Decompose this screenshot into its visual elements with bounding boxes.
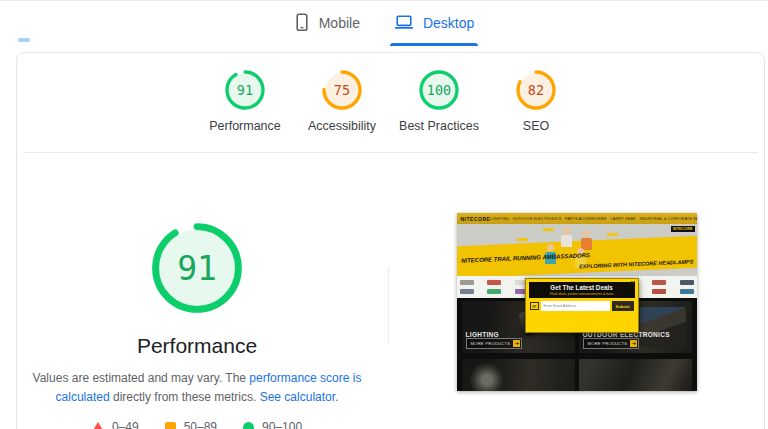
description-text: Values are estimated and may vary. The bbox=[33, 371, 250, 385]
performance-detail-section: 91 Performance Values are estimated and … bbox=[17, 153, 764, 429]
report-card: 91 Performance 75 Accessibility 100 Best… bbox=[16, 52, 765, 429]
brand-logo bbox=[487, 280, 501, 285]
brand-logo bbox=[460, 289, 474, 294]
envelope-icon: ✉ bbox=[530, 302, 539, 310]
device-tab-bar: Mobile Desktop bbox=[0, 0, 768, 52]
fail-triangle-icon bbox=[92, 422, 104, 429]
hero-brand-badge: NITECORE bbox=[671, 226, 695, 232]
brand-logo bbox=[652, 289, 666, 294]
modal-body: ✉ Enter Email Address Submit bbox=[529, 298, 635, 315]
legend-range: 0–49 bbox=[112, 420, 139, 429]
category-label: Accessibility bbox=[308, 119, 376, 133]
description-text: directly from these metrics. bbox=[110, 390, 260, 404]
pagespeed-report: Mobile Desktop 91 Performance bbox=[0, 0, 768, 429]
tile-bottom-right bbox=[579, 359, 692, 391]
hero-person bbox=[581, 230, 592, 250]
category-label: Performance bbox=[209, 119, 281, 133]
category-label: Best Practices bbox=[399, 119, 479, 133]
legend-item-fail: 0–49 bbox=[92, 420, 139, 429]
device-tabs: Mobile Desktop bbox=[0, 7, 768, 48]
brand-logo bbox=[680, 289, 694, 294]
brand-logo bbox=[460, 280, 474, 285]
hero-tag bbox=[543, 228, 554, 231]
brand-logo bbox=[680, 280, 694, 285]
newsletter-modal: ✕ Get The Latest Deals Flash deals, prod… bbox=[525, 278, 639, 333]
thumb-site-nav: LIGHTING OUTDOOR ELECTRONICS PARTS ACCES… bbox=[490, 217, 696, 221]
submit-button: Submit bbox=[612, 301, 634, 311]
gauge-performance: 91 bbox=[225, 70, 265, 110]
arrow-icon: ➜ bbox=[513, 340, 520, 347]
performance-summary: 91 Performance Values are estimated and … bbox=[17, 153, 377, 429]
close-icon: ✕ bbox=[630, 279, 635, 286]
site-screenshot-thumbnail[interactable]: NITECORE LIGHTING OUTDOOR ELECTRONICS PA… bbox=[457, 213, 697, 391]
gauge-performance-large: 91 bbox=[151, 222, 243, 314]
tab-mobile[interactable]: Mobile bbox=[282, 7, 372, 48]
gear-image bbox=[579, 359, 692, 391]
devices-image bbox=[640, 307, 686, 347]
gauge-accessibility: 75 bbox=[322, 70, 362, 110]
big-gauge-wrap: 91 bbox=[151, 222, 243, 314]
brand-logo bbox=[487, 289, 501, 294]
gauge-score: 91 bbox=[225, 70, 265, 110]
legend-range: 50–89 bbox=[184, 420, 217, 429]
thumb-site-logo: NITECORE bbox=[461, 216, 491, 222]
tile-bottom-left bbox=[462, 359, 575, 391]
modal-header: Get The Latest Deals Flash deals, produc… bbox=[529, 282, 635, 298]
pass-circle-icon bbox=[243, 422, 254, 429]
brand-logo bbox=[652, 280, 666, 285]
modal-title: Get The Latest Deals bbox=[529, 284, 635, 291]
tab-desktop[interactable]: Desktop bbox=[382, 7, 486, 48]
category-best-practices[interactable]: 100 Best Practices bbox=[391, 70, 488, 152]
gauge-score: 82 bbox=[516, 70, 556, 110]
legend-item-pass: 90–100 bbox=[243, 420, 302, 429]
gauge-score: 91 bbox=[151, 222, 243, 314]
screenshot-area: NITECORE LIGHTING OUTDOOR ELECTRONICS PA… bbox=[389, 153, 764, 429]
hero-tag bbox=[607, 233, 618, 236]
see-calculator-link[interactable]: See calculator. bbox=[260, 390, 339, 404]
modal-subtitle: Flash deals, product announcements & mor… bbox=[529, 292, 635, 296]
tab-mobile-label: Mobile bbox=[319, 15, 360, 31]
performance-title: Performance bbox=[137, 334, 257, 358]
tab-desktop-label: Desktop bbox=[423, 15, 474, 31]
category-score-row: 91 Performance 75 Accessibility 100 Best… bbox=[17, 53, 764, 152]
more-products-button: MORE PRODUCTS ➜ bbox=[583, 338, 640, 349]
performance-description: Values are estimated and may vary. The p… bbox=[31, 369, 363, 407]
more-products-button: MORE PRODUCTS ➜ bbox=[466, 338, 523, 349]
tile-title: LIGHTING bbox=[466, 331, 499, 338]
legend-range: 90–100 bbox=[262, 420, 302, 429]
email-input: Enter Email Address bbox=[541, 301, 610, 311]
hero-person bbox=[561, 227, 572, 247]
category-seo[interactable]: 82 SEO bbox=[488, 70, 585, 152]
gauge-score: 100 bbox=[419, 70, 459, 110]
category-accessibility[interactable]: 75 Accessibility bbox=[294, 70, 391, 152]
average-square-icon bbox=[165, 422, 176, 429]
score-legend: 0–49 50–89 90–100 bbox=[92, 420, 302, 429]
category-label: SEO bbox=[523, 119, 549, 133]
desktop-laptop-icon bbox=[394, 14, 414, 31]
thumb-site-header: NITECORE LIGHTING OUTDOOR ELECTRONICS PA… bbox=[457, 213, 697, 224]
mobile-phone-icon bbox=[294, 13, 310, 32]
category-performance[interactable]: 91 Performance bbox=[197, 70, 294, 152]
legend-item-average: 50–89 bbox=[165, 420, 217, 429]
arrow-icon: ➜ bbox=[630, 340, 637, 347]
thumb-hero-banner: NITECORE TRAIL RUNNING AMBASSADORS EXPLO… bbox=[457, 224, 697, 276]
gauge-seo: 82 bbox=[516, 70, 556, 110]
gauge-score: 75 bbox=[322, 70, 362, 110]
lens-image bbox=[470, 363, 504, 391]
hero-tag bbox=[517, 238, 528, 241]
gauge-best-practices: 100 bbox=[419, 70, 459, 110]
